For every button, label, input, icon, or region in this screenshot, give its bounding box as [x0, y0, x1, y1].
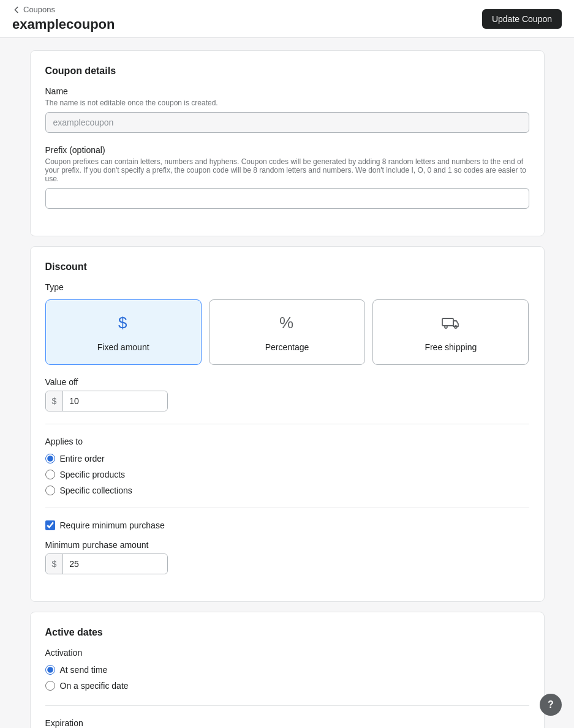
help-button[interactable]: ?	[540, 694, 562, 716]
type-percentage[interactable]: % Percentage	[209, 299, 365, 365]
active-dates-title: Active dates	[45, 627, 529, 638]
min-purchase-amount-group: Minimum purchase amount $	[45, 540, 529, 574]
breadcrumb-area: Coupons examplecoupon	[12, 5, 115, 32]
discount-card: Discount Type $ Fixed amount % Perc	[30, 246, 545, 602]
active-dates-card: Active dates Activation At send time On …	[30, 612, 545, 728]
entire-order-label: Entire order	[60, 454, 105, 463]
name-input[interactable]	[45, 112, 529, 133]
prefix-label: Prefix (optional)	[45, 145, 529, 155]
page-title: examplecoupon	[12, 17, 115, 32]
free-shipping-label: Free shipping	[425, 342, 477, 352]
specific-products-label: Specific products	[60, 470, 126, 479]
activation-specific-date-radio[interactable]	[45, 681, 55, 691]
activation-label: Activation	[45, 648, 529, 658]
min-purchase-checkbox[interactable]	[45, 520, 55, 530]
applies-entire-order[interactable]: Entire order	[45, 454, 529, 463]
name-hint: The name is not editable once the coupon…	[45, 99, 529, 107]
prefix-hint: Coupon prefixes can contain letters, num…	[45, 157, 529, 183]
at-send-time-radio[interactable]	[45, 665, 55, 675]
fixed-amount-label: Fixed amount	[97, 342, 149, 352]
percentage-label: Percentage	[265, 342, 309, 352]
applies-specific-collections[interactable]: Specific collections	[45, 486, 529, 495]
divider-2	[45, 508, 529, 508]
at-send-time-label: At send time	[60, 665, 108, 675]
value-off-input-wrapper: $	[45, 391, 168, 411]
svg-text:%: %	[279, 313, 293, 332]
update-coupon-button[interactable]: Update Coupon	[482, 9, 562, 29]
applies-to-label: Applies to	[45, 437, 529, 446]
type-label: Type	[45, 282, 529, 292]
svg-point-3	[445, 326, 447, 328]
truck-icon	[441, 312, 461, 336]
min-purchase-input[interactable]	[63, 554, 167, 574]
specific-products-radio[interactable]	[45, 470, 55, 479]
expiration-label: Expiration	[45, 718, 529, 728]
coupon-details-title: Coupon details	[45, 66, 529, 77]
percent-icon: %	[277, 312, 296, 336]
name-label: Name	[45, 86, 529, 96]
type-fixed-amount[interactable]: $ Fixed amount	[45, 299, 202, 365]
svg-text:$: $	[118, 313, 127, 332]
arrow-left-icon	[12, 6, 21, 14]
applies-specific-products[interactable]: Specific products	[45, 470, 529, 479]
main-content: Coupon details Name The name is not edit…	[18, 50, 557, 728]
min-purchase-input-wrapper: $	[45, 554, 168, 574]
applies-to-radio-group: Entire order Specific products Specific …	[45, 454, 529, 495]
top-bar: Coupons examplecoupon Update Coupon	[0, 0, 574, 38]
dollar-icon: $	[113, 312, 133, 336]
specific-collections-label: Specific collections	[60, 486, 132, 495]
min-purchase-checkbox-label: Require minimum purchase	[60, 520, 165, 530]
svg-point-4	[455, 326, 457, 328]
value-off-label: Value off	[45, 377, 529, 387]
min-purchase-prefix-symbol: $	[46, 554, 64, 574]
discount-type-grid: $ Fixed amount % Percentage	[45, 299, 529, 365]
entire-order-radio[interactable]	[45, 454, 55, 463]
activation-at-send-time[interactable]: At send time	[45, 665, 529, 675]
svg-rect-2	[442, 318, 453, 326]
breadcrumb-label: Coupons	[23, 5, 55, 14]
value-off-input[interactable]	[63, 391, 167, 411]
discount-title: Discount	[45, 261, 529, 272]
coupon-details-card: Coupon details Name The name is not edit…	[30, 50, 545, 236]
activation-specific-date[interactable]: On a specific date	[45, 681, 529, 691]
breadcrumb-link[interactable]: Coupons	[12, 5, 115, 14]
activation-specific-date-label: On a specific date	[60, 681, 129, 691]
divider-1	[45, 424, 529, 424]
value-prefix-symbol: $	[46, 391, 64, 411]
min-purchase-amount-label: Minimum purchase amount	[45, 540, 529, 550]
activation-radio-group: At send time On a specific date	[45, 665, 529, 691]
type-free-shipping[interactable]: Free shipping	[372, 299, 529, 365]
specific-collections-radio[interactable]	[45, 486, 55, 495]
prefix-field-group: Prefix (optional) Coupon prefixes can co…	[45, 145, 529, 209]
value-off-group: Value off $	[45, 377, 529, 411]
divider-3	[45, 705, 529, 706]
prefix-input[interactable]	[45, 188, 529, 209]
name-field-group: Name The name is not editable once the c…	[45, 86, 529, 133]
min-purchase-checkbox-row[interactable]: Require minimum purchase	[45, 520, 529, 530]
